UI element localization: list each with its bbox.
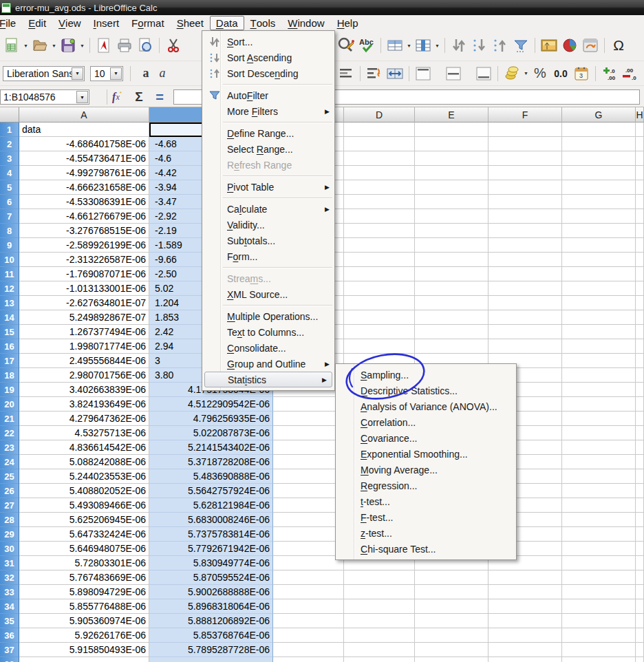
menubar-item-format[interactable]: Format: [125, 16, 171, 30]
cell-G36[interactable]: [562, 628, 636, 643]
row-header-7[interactable]: 7: [0, 209, 19, 224]
merge-cells-icon[interactable]: [386, 65, 404, 83]
cell-D15[interactable]: [344, 325, 415, 339]
menu-item-subtotals[interactable]: Subtotals...: [202, 233, 334, 248]
cell-D36[interactable]: [344, 628, 415, 643]
cell-F3[interactable]: [489, 151, 562, 166]
column-header-D[interactable]: D: [344, 107, 415, 122]
cell-G38[interactable]: [562, 657, 636, 662]
cell-D7[interactable]: [344, 209, 415, 224]
row-header-6[interactable]: 6: [0, 195, 19, 209]
row-header-18[interactable]: 18: [0, 368, 19, 383]
cell-G7[interactable]: [562, 209, 636, 224]
row-header-5[interactable]: 5: [0, 180, 19, 195]
menubar-item-help[interactable]: Help: [331, 16, 365, 30]
submenu-item-moving-average[interactable]: Moving Average...: [336, 462, 516, 478]
cell-H18[interactable]: [636, 368, 644, 383]
row-header-12[interactable]: 12: [0, 281, 19, 296]
row-header-33[interactable]: 33: [0, 585, 19, 599]
special-character-icon[interactable]: Ω: [610, 36, 627, 54]
cell-F15[interactable]: [489, 325, 562, 339]
save-icon[interactable]: [59, 36, 77, 54]
cell-D4[interactable]: [344, 166, 415, 180]
cell-A3[interactable]: -4.554736471E-06: [19, 151, 149, 166]
menu-item-validity[interactable]: Validity...: [202, 217, 334, 233]
row-header-36[interactable]: 36: [0, 628, 19, 643]
cell-F34[interactable]: [489, 599, 562, 614]
cell-G28[interactable]: [562, 513, 636, 527]
font-size-dropdown-icon[interactable]: ▼: [110, 67, 122, 80]
cell-A27[interactable]: 5.493089466E-06: [19, 498, 149, 513]
cell-G30[interactable]: [562, 542, 636, 556]
cell-C24[interactable]: [273, 455, 344, 469]
sort-ascending-icon[interactable]: [471, 36, 489, 54]
row-header-4[interactable]: 4: [0, 166, 19, 180]
cell-D33[interactable]: [344, 585, 415, 599]
table-column-dropdown-icon[interactable]: ▼: [433, 36, 441, 54]
cell-F10[interactable]: [489, 253, 562, 267]
cell-D10[interactable]: [344, 253, 415, 267]
cell-H23[interactable]: [636, 440, 644, 455]
cell-E2[interactable]: [415, 137, 489, 151]
cell-B34[interactable]: 5.8968318064E-06: [149, 599, 273, 614]
row-header-9[interactable]: 9: [0, 238, 19, 253]
row-header-38[interactable]: 38: [0, 657, 19, 662]
column-header-H[interactable]: H: [636, 107, 644, 122]
cell-F37[interactable]: [489, 643, 562, 657]
cell-E6[interactable]: [415, 195, 489, 209]
row-header-17[interactable]: 17: [0, 354, 19, 368]
menubar-item-data[interactable]: Data: [210, 16, 244, 30]
cell-E36[interactable]: [415, 628, 489, 643]
cell-A36[interactable]: 5.92626176E-06: [19, 628, 149, 643]
cell-D2[interactable]: [344, 137, 415, 151]
cell-C38[interactable]: [273, 657, 344, 662]
cell-B24[interactable]: 5.3718728208E-06: [149, 455, 273, 469]
cell-G4[interactable]: [562, 166, 636, 180]
cell-H9[interactable]: [636, 238, 644, 253]
cell-H2[interactable]: [636, 137, 644, 151]
delete-decimal-icon[interactable]: .00.0: [621, 65, 639, 83]
cell-D5[interactable]: [344, 180, 415, 195]
cell-G29[interactable]: [562, 527, 636, 542]
cell-G37[interactable]: [562, 643, 636, 657]
menu-item-define-range[interactable]: Define Range...: [202, 125, 334, 141]
cell-A12[interactable]: -1.013133001E-06: [19, 281, 149, 296]
submenu-item-chi-square-test[interactable]: Chi-square Test...: [336, 541, 516, 557]
menu-item-autofilter[interactable]: AutoFilter: [202, 87, 334, 103]
submenu-item-exponential-smoothing[interactable]: Exponential Smoothing...: [336, 446, 516, 462]
cell-A19[interactable]: 3.402663839E-06: [19, 383, 149, 397]
cell-A21[interactable]: 4.279647362E-06: [19, 412, 149, 426]
table-column-icon[interactable]: [414, 36, 432, 54]
row-header-16[interactable]: 16: [0, 339, 19, 354]
menubar-item-insert[interactable]: Insert: [87, 16, 126, 30]
cell-D14[interactable]: [344, 310, 415, 325]
cell-G33[interactable]: [562, 585, 636, 599]
menu-item-streams[interactable]: Streams...: [202, 270, 334, 286]
cell-G1[interactable]: [562, 122, 636, 137]
align-top-icon[interactable]: [414, 65, 432, 83]
cell-H34[interactable]: [636, 599, 644, 614]
cell-A7[interactable]: -4.661276679E-06: [19, 209, 149, 224]
row-header-10[interactable]: 10: [0, 253, 19, 267]
cell-G21[interactable]: [562, 412, 636, 426]
row-header-1[interactable]: 1: [0, 122, 19, 137]
cell-E16[interactable]: [415, 339, 489, 354]
table-row-dropdown-icon[interactable]: ▼: [405, 36, 413, 54]
menu-item-more-filters[interactable]: More Filters▶: [202, 103, 334, 119]
submenu-item-correlation[interactable]: Correlation...: [336, 414, 516, 430]
cell-B27[interactable]: 5.628121984E-06: [149, 498, 273, 513]
cell-E12[interactable]: [415, 281, 489, 296]
cell-G31[interactable]: [562, 556, 636, 570]
new-document-dropdown-icon[interactable]: ▼: [22, 36, 30, 54]
cell-E33[interactable]: [415, 585, 489, 599]
menu-item-sort-ascending[interactable]: Sort Ascending: [202, 50, 334, 65]
font-size-combo[interactable]: 10 ▼: [90, 66, 123, 81]
cell-H5[interactable]: [636, 180, 644, 195]
cell-G17[interactable]: [562, 354, 636, 368]
submenu-item-sampling[interactable]: Sampling...: [336, 367, 516, 383]
cell-A4[interactable]: -4.992798761E-06: [19, 166, 149, 180]
menubar-item-view[interactable]: View: [52, 16, 87, 30]
cell-G18[interactable]: [562, 368, 636, 383]
cell-H3[interactable]: [636, 151, 644, 166]
cell-H24[interactable]: [636, 455, 644, 469]
